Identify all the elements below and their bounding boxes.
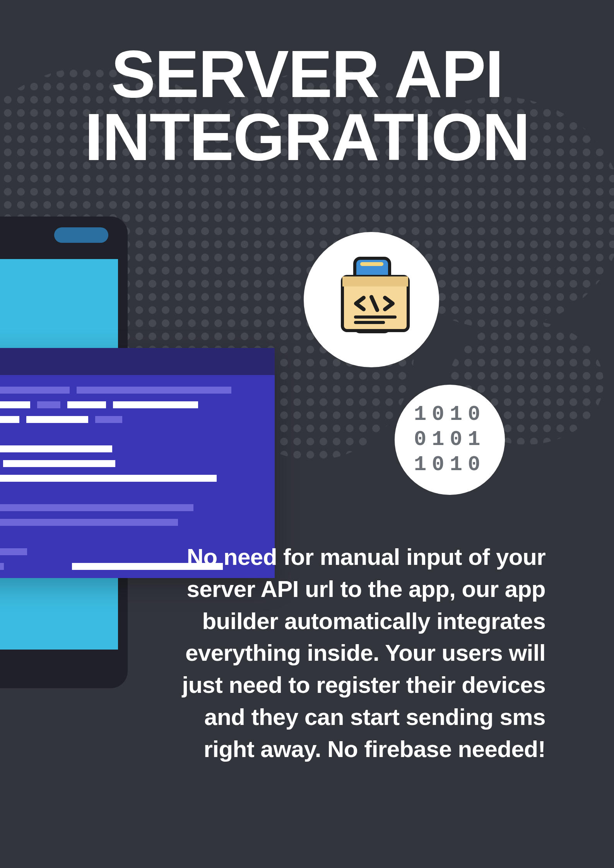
body-description: No need for manual input of your server … (0, 541, 576, 766)
code-phone-icon (327, 255, 416, 344)
binary-icon-circle: 1010 0101 1010 (395, 385, 505, 495)
code-phone-icon-circle (304, 232, 439, 367)
svg-rect-10 (342, 276, 408, 286)
svg-rect-12 (354, 315, 397, 319)
binary-icon: 1010 0101 1010 (414, 402, 486, 477)
page-title: SERVER API INTEGRATION (0, 43, 614, 169)
svg-rect-13 (354, 321, 385, 324)
svg-rect-8 (360, 262, 383, 266)
title-line-2: INTEGRATION (84, 100, 529, 174)
